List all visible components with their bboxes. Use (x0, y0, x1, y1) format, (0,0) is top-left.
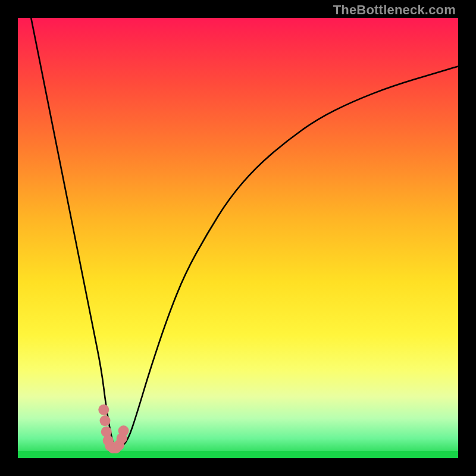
watermark-text: TheBottleneck.com (333, 2, 456, 18)
marker-dot (98, 405, 109, 415)
bottleneck-chart (0, 0, 476, 476)
frame-left (0, 0, 18, 476)
marker-dot (101, 427, 112, 437)
marker-dot (118, 425, 129, 436)
marker-dot (100, 415, 111, 426)
green-baseline (18, 451, 458, 458)
frame-bottom (0, 458, 476, 476)
gradient-background (18, 18, 458, 458)
frame-right (458, 0, 476, 476)
